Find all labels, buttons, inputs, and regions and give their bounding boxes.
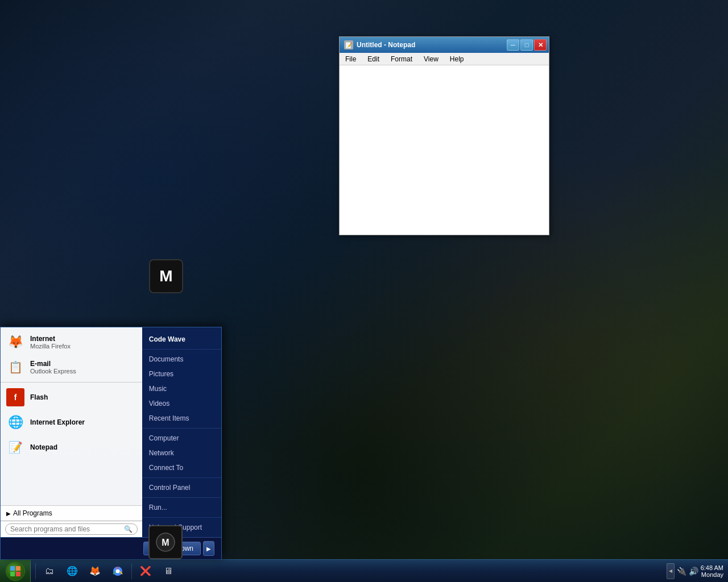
code-wave-app-icon[interactable]: M bbox=[148, 525, 183, 559]
clock-time: 6:48 AM bbox=[701, 564, 723, 571]
tray-icons: 🔌 🔊 bbox=[677, 567, 698, 576]
notepad-window: 📝 Untitled - Notepad ─ □ ✕ File Edit For… bbox=[339, 36, 549, 235]
svg-rect-4 bbox=[10, 572, 15, 576]
taskbar-terminal[interactable]: 🖥 bbox=[158, 562, 179, 580]
notification-expand[interactable]: ◀ bbox=[667, 563, 675, 579]
start-right-panel: Code Wave Documents Pictures Music Video… bbox=[142, 327, 221, 537]
code-wave-floating-icon: M bbox=[148, 525, 183, 559]
windows-logo bbox=[10, 566, 21, 577]
start-right-run[interactable]: Run... bbox=[142, 500, 221, 515]
start-menu-body: 🦊 Internet Mozilla Firefox 📋 E-mail Outl… bbox=[1, 327, 221, 537]
shutdown-area: ⏻ Shut down ▶ bbox=[1, 537, 221, 559]
svg-text:M: M bbox=[162, 538, 169, 547]
ie-label: Internet Explorer bbox=[30, 418, 85, 426]
menu-divider bbox=[1, 382, 142, 383]
svg-rect-5 bbox=[16, 572, 20, 576]
notepad-content bbox=[340, 65, 549, 235]
flash-icon: f bbox=[6, 388, 24, 406]
taskbar-divider-2 bbox=[131, 563, 132, 579]
start-item-email[interactable]: 📋 E-mail Outlook Express bbox=[1, 355, 142, 380]
notepad-title-icon: 📝 bbox=[344, 40, 353, 49]
all-programs-label: All Programs bbox=[13, 509, 52, 517]
start-right-controlpanel[interactable]: Control Panel bbox=[142, 480, 221, 495]
start-item-ie[interactable]: 🌐 Internet Explorer bbox=[1, 410, 142, 435]
svg-rect-3 bbox=[16, 566, 20, 571]
notepad-title: 📝 Untitled - Notepad bbox=[344, 40, 415, 49]
all-programs-button[interactable]: ▶ All Programs bbox=[1, 505, 142, 521]
taskbar-ie[interactable]: 🌐 bbox=[62, 562, 82, 580]
desktop: 📝 Untitled - Notepad ─ □ ✕ File Edit For… bbox=[0, 0, 728, 582]
chevron-right-icon: ▶ bbox=[6, 510, 11, 517]
start-item-flash[interactable]: f Flash bbox=[1, 385, 142, 410]
network-tray-icon[interactable]: 🔌 bbox=[677, 567, 686, 576]
minimize-button[interactable]: ─ bbox=[507, 39, 519, 51]
window-controls: ─ □ ✕ bbox=[507, 39, 547, 51]
taskbar-divider-1 bbox=[35, 563, 36, 579]
start-item-notepad[interactable]: 📝 Notepad bbox=[1, 435, 142, 460]
chrome-taskbar-icon bbox=[112, 566, 123, 577]
ie-icon: 🌐 bbox=[6, 413, 24, 431]
start-menu: M 🦊 Internet Mozilla Firefox bbox=[0, 327, 222, 559]
system-tray: ◀ 🔌 🔊 6:48 AM Monday bbox=[664, 563, 728, 579]
view-menu[interactable]: View bbox=[420, 54, 442, 64]
taskbar-chrome[interactable] bbox=[107, 562, 128, 580]
app-desc: Outlook Express bbox=[30, 368, 76, 375]
maximize-button[interactable]: □ bbox=[520, 39, 533, 51]
search-wrapper: 🔍 bbox=[5, 523, 138, 535]
firefox-icon: 🦊 bbox=[6, 333, 24, 351]
file-menu[interactable]: File bbox=[342, 54, 359, 64]
start-right-computer[interactable]: Computer bbox=[142, 431, 221, 446]
start-right-videos[interactable]: Videos bbox=[142, 396, 221, 411]
taskbar: 🗂 🌐 🦊 bbox=[0, 559, 728, 582]
start-right-documents[interactable]: Documents bbox=[142, 352, 221, 367]
help-menu[interactable]: Help bbox=[446, 54, 468, 64]
volume-tray-icon[interactable]: 🔊 bbox=[689, 567, 698, 576]
app-desc: Mozilla Firefox bbox=[30, 343, 71, 350]
terminal-taskbar-icon: 🖥 bbox=[163, 566, 174, 577]
start-right-network[interactable]: Network bbox=[142, 446, 221, 460]
taskbar-firefox[interactable]: 🦊 bbox=[85, 562, 105, 580]
notepad-menubar: File Edit Format View Help bbox=[340, 53, 549, 65]
svg-point-7 bbox=[116, 569, 120, 573]
notepad-small-icon: 📝 bbox=[6, 438, 24, 456]
start-left-panel: 🦊 Internet Mozilla Firefox 📋 E-mail Outl… bbox=[1, 327, 142, 537]
flash-label: Flash bbox=[30, 393, 48, 401]
explorer-icon: 🗂 bbox=[44, 566, 55, 577]
shutdown-arrow-button[interactable]: ▶ bbox=[203, 541, 214, 556]
taskbar-explorer[interactable]: 🗂 bbox=[39, 562, 60, 580]
clock-day: Monday bbox=[701, 571, 723, 578]
unknown-taskbar-icon: ❌ bbox=[140, 566, 151, 577]
code-wave-icon[interactable]: M bbox=[149, 259, 183, 293]
taskbar-unknown[interactable]: ❌ bbox=[135, 562, 156, 580]
start-orb bbox=[6, 562, 25, 581]
start-right-music[interactable]: Music bbox=[142, 381, 221, 396]
app-name: Internet bbox=[30, 335, 71, 343]
outlook-icon: 📋 bbox=[6, 358, 24, 376]
app-info: E-mail Outlook Express bbox=[30, 360, 76, 375]
notepad-textarea[interactable] bbox=[341, 66, 548, 234]
start-right-connect[interactable]: Connect To bbox=[142, 460, 221, 475]
notepad-label: Notepad bbox=[30, 443, 57, 451]
firefox-taskbar-icon: 🦊 bbox=[89, 566, 101, 577]
ie-taskbar-icon: 🌐 bbox=[67, 566, 78, 577]
pinned-apps: 🦊 Internet Mozilla Firefox 📋 E-mail Outl… bbox=[1, 327, 142, 505]
start-right-pictures[interactable]: Pictures bbox=[142, 367, 221, 381]
search-input[interactable] bbox=[10, 525, 122, 533]
close-button[interactable]: ✕ bbox=[534, 39, 547, 51]
edit-menu[interactable]: Edit bbox=[364, 54, 383, 64]
start-button[interactable] bbox=[0, 560, 31, 583]
start-item-internet[interactable]: 🦊 Internet Mozilla Firefox bbox=[1, 330, 142, 355]
format-menu[interactable]: Format bbox=[387, 54, 416, 64]
start-right-recent[interactable]: Recent Items bbox=[142, 411, 221, 426]
notepad-titlebar: 📝 Untitled - Notepad ─ □ ✕ bbox=[340, 37, 549, 53]
taskbar-items: 🗂 🌐 🦊 bbox=[31, 560, 664, 582]
start-right-codewave[interactable]: Code Wave bbox=[149, 334, 214, 344]
svg-rect-2 bbox=[10, 566, 15, 571]
chrome-svg bbox=[113, 566, 123, 576]
search-icon: 🔍 bbox=[124, 525, 133, 533]
system-clock[interactable]: 6:48 AM Monday bbox=[698, 564, 726, 578]
app-info: Internet Mozilla Firefox bbox=[30, 335, 71, 350]
search-area: 🔍 bbox=[1, 521, 142, 537]
app-name: E-mail bbox=[30, 360, 76, 368]
code-wave-svg: M bbox=[155, 532, 176, 552]
